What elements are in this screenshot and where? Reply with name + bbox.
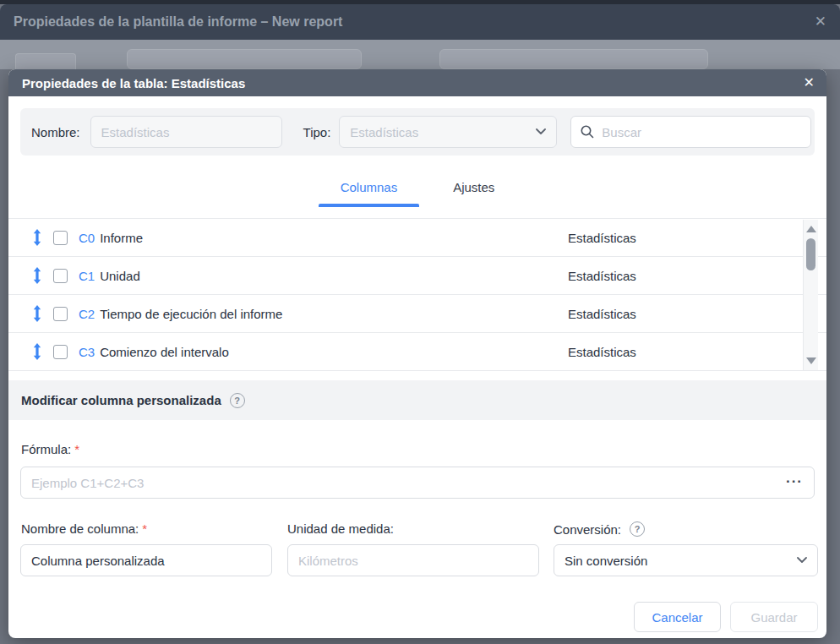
conversion-label: Conversión: ?: [554, 521, 645, 537]
columns-list: C0 Informe Estadísticas C1 Unidad Estadí…: [8, 218, 826, 370]
type-label: Tipo:: [303, 125, 331, 139]
vertical-scrollbar[interactable]: [803, 220, 818, 370]
column-row: C0 Informe Estadísticas: [8, 219, 826, 257]
help-icon[interactable]: ?: [630, 521, 645, 537]
drag-handle-icon[interactable]: [32, 343, 42, 360]
dialog-header: Propiedades de la tabla: Estadísticas ✕: [8, 69, 826, 96]
save-button[interactable]: Guardar: [730, 602, 818, 632]
scroll-down-icon[interactable]: [806, 357, 816, 364]
column-name-input[interactable]: [20, 544, 272, 576]
dimmed-background-box: [127, 49, 362, 69]
column-checkbox[interactable]: [53, 231, 68, 245]
conversion-value: Sin conversión: [565, 554, 647, 568]
dialog-title: Propiedades de la tabla: Estadísticas: [22, 76, 245, 90]
scrollbar-thumb[interactable]: [806, 238, 815, 270]
column-checkbox[interactable]: [53, 345, 68, 359]
column-name-label-text: Nombre de columna:: [21, 521, 139, 536]
dimmed-background-box: [15, 53, 76, 69]
column-name: Informe: [100, 231, 143, 245]
cancel-button[interactable]: Cancelar: [634, 602, 721, 632]
formula-more-icon[interactable]: ···: [786, 472, 803, 494]
formula-label: Fórmula:*: [21, 442, 79, 456]
table-type-select: Estadísticas: [339, 116, 557, 148]
unit-label-text: Unidad de medida:: [287, 521, 394, 536]
unit-input[interactable]: [287, 544, 539, 576]
close-icon[interactable]: ✕: [804, 69, 815, 96]
column-group: Estadísticas: [568, 345, 636, 359]
required-asterisk: *: [142, 521, 147, 536]
column-code: C2: [79, 307, 95, 321]
column-checkbox[interactable]: [53, 269, 68, 283]
column-group: Estadísticas: [568, 307, 636, 321]
tab-bar: Columnas Ajustes: [8, 156, 826, 218]
dimmed-background-box: [439, 49, 708, 69]
column-code: C3: [79, 345, 95, 359]
table-form-panel: Nombre: Tipo: Estadísticas: [20, 108, 815, 156]
conversion-label-text: Conversión:: [554, 522, 621, 537]
formula-input[interactable]: [20, 467, 815, 499]
tab-ajustes-label: Ajustes: [453, 180, 494, 194]
column-checkbox[interactable]: [53, 307, 68, 321]
column-row: C2 Tiempo de ejecución del informe Estad…: [8, 295, 826, 333]
search-input[interactable]: [602, 125, 802, 139]
table-properties-dialog: Propiedades de la tabla: Estadísticas ✕ …: [8, 69, 826, 638]
column-code: C0: [79, 231, 95, 245]
custom-column-section-header: Modificar columna personalizada ?: [8, 380, 826, 420]
drag-handle-icon[interactable]: [32, 305, 42, 322]
dimmed-overlay: [0, 40, 840, 69]
table-name-input: [90, 116, 282, 148]
custom-section-title: Modificar columna personalizada: [21, 393, 221, 407]
column-code: C1: [79, 269, 95, 283]
formula-label-text: Fórmula:: [21, 442, 71, 456]
required-asterisk: *: [74, 442, 79, 456]
chevron-down-icon: [797, 557, 807, 564]
column-name: Tiempo de ejecución del informe: [100, 307, 282, 321]
formula-field-wrap: ···: [20, 467, 815, 499]
table-type-value: Estadísticas: [350, 125, 418, 139]
help-icon[interactable]: ?: [230, 393, 245, 408]
column-name: Unidad: [100, 269, 140, 283]
outer-dialog-titlebar: Propiedades de la plantilla de informe –…: [0, 4, 840, 40]
column-name: Comienzo del intervalo: [100, 345, 229, 359]
drag-handle-icon[interactable]: [32, 229, 42, 246]
conversion-select[interactable]: Sin conversión: [554, 544, 818, 576]
scroll-up-icon[interactable]: [806, 226, 816, 232]
tab-columnas-label: Columnas: [341, 180, 398, 194]
search-icon: [580, 124, 595, 139]
drag-handle-icon[interactable]: [32, 267, 42, 284]
column-row: C3 Comienzo del intervalo Estadísticas: [8, 333, 826, 371]
column-group: Estadísticas: [568, 269, 636, 283]
active-tab-underline: [319, 204, 420, 207]
outer-dialog-title: Propiedades de la plantilla de informe –…: [14, 14, 342, 30]
column-group: Estadísticas: [568, 231, 636, 245]
tab-ajustes[interactable]: Ajustes: [431, 156, 516, 218]
unit-label: Unidad de medida:: [287, 521, 394, 536]
chevron-down-icon: [536, 128, 546, 135]
tab-columnas[interactable]: Columnas: [319, 156, 420, 218]
name-label: Nombre:: [31, 125, 80, 139]
column-row: C1 Unidad Estadísticas: [8, 257, 826, 295]
column-name-label: Nombre de columna:*: [21, 521, 147, 536]
search-box[interactable]: [570, 116, 811, 148]
outer-close-icon[interactable]: ✕: [815, 4, 826, 40]
